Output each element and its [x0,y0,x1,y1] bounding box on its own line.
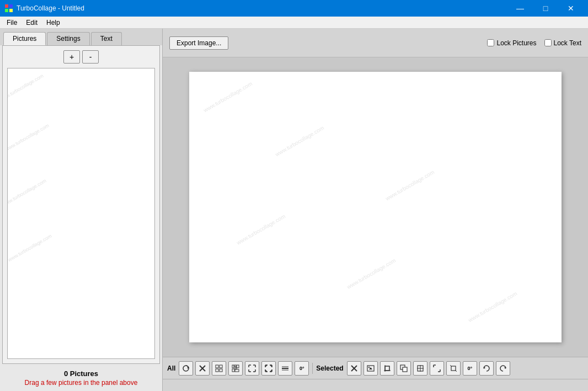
bottom-toolbar: All [163,357,588,379]
add-remove-buttons: + - [7,50,155,64]
selected-undo-button[interactable] [479,361,494,376]
watermark-2: www.turbocollage.com [7,123,50,152]
lock-text-option[interactable]: Lock Text [544,39,581,47]
selected-rotate-button[interactable]: 0° [463,361,477,376]
right-panel: Export Image... Lock Pictures Lock Text … [163,29,588,391]
selected-replace-button[interactable] [364,361,378,376]
svg-rect-14 [237,365,239,368]
tabs: Pictures Settings Text [0,29,162,45]
svg-marker-62 [504,367,506,369]
lock-text-label: Lock Text [554,39,581,47]
svg-point-45 [368,366,370,367]
menu-bar: File Edit Help [0,17,588,29]
left-content: + - www.turbocollage.com www.turbocollag… [2,45,160,364]
status-bar [163,379,588,391]
svg-rect-46 [385,366,389,371]
svg-rect-3 [9,9,13,12]
tab-text[interactable]: Text [91,32,122,45]
selected-remove-button[interactable] [347,361,361,376]
all-rotate-button[interactable]: 0° [295,361,309,376]
svg-rect-0 [5,4,8,8]
menu-help[interactable]: Help [42,17,65,28]
title-left: TurboCollage - Untitled [4,4,84,13]
all-remove-button[interactable] [195,361,210,376]
selected-fit-button[interactable] [446,361,461,376]
lock-pictures-option[interactable]: Lock Pictures [487,39,536,47]
tab-pictures[interactable]: Pictures [3,32,46,45]
selected-move-button[interactable] [413,361,427,376]
pictures-count: 0 Pictures [4,369,158,378]
selected-redo-button[interactable] [496,361,510,376]
svg-rect-16 [235,367,237,369]
top-toolbar: Export Image... Lock Pictures Lock Text [163,29,588,57]
svg-marker-61 [484,367,485,369]
watermark-3: www.turbocollage.com [7,178,47,208]
watermark-1: www.turbocollage.com [7,73,45,103]
close-button[interactable]: ✕ [558,0,584,17]
lock-pictures-label: Lock Pictures [496,39,536,47]
title-buttons: — □ ✕ [507,0,584,17]
remove-picture-button[interactable]: - [82,50,99,64]
add-picture-button[interactable]: + [63,50,80,64]
all-rotate-label: 0° [300,366,304,371]
main-area: Pictures Settings Text + - www.turbocoll… [0,29,588,391]
svg-rect-10 [216,369,218,372]
svg-rect-11 [220,369,222,372]
all-expand-button[interactable] [245,361,259,376]
svg-rect-1 [9,4,13,8]
canvas-watermark-2: www.turbocollage.com [274,125,325,158]
minimize-button[interactable]: — [507,0,533,17]
lock-text-checkbox[interactable] [544,39,552,46]
all-mosaic-button[interactable] [228,361,243,376]
selected-duplicate-button[interactable] [397,361,411,376]
app-title: TurboCollage - Untitled [17,4,84,12]
canvas-watermark-4: www.turbocollage.com [236,213,286,246]
app-icon [4,4,13,13]
left-panel: Pictures Settings Text + - www.turbocoll… [0,29,163,391]
toolbar-separator-1 [312,363,313,374]
maximize-button[interactable]: □ [533,0,558,17]
svg-rect-17 [235,369,239,372]
pictures-list: www.turbocollage.com www.turbocollage.co… [7,68,155,359]
lock-options: Lock Pictures Lock Text [487,39,581,47]
svg-rect-12 [232,365,234,368]
title-bar: TurboCollage - Untitled — □ ✕ [0,0,588,17]
all-label: All [167,364,175,372]
tab-settings[interactable]: Settings [47,32,89,45]
canvas-watermark-5: www.turbocollage.com [346,257,397,290]
svg-rect-58 [451,366,456,371]
selected-label: Selected [316,364,343,372]
svg-rect-15 [232,369,234,372]
menu-file[interactable]: File [2,17,22,28]
all-fit-button[interactable] [261,361,276,376]
watermark-4: www.turbocollage.com [7,233,53,263]
all-horizontal-button[interactable] [278,361,292,376]
menu-edit[interactable]: Edit [22,17,42,28]
svg-rect-9 [220,365,222,368]
pictures-hint: Drag a few pictures in the panel above [4,379,158,387]
svg-rect-2 [5,9,8,12]
canvas-watermark-1: www.turbocollage.com [202,81,253,114]
canvas-watermark-6: www.turbocollage.com [467,290,518,324]
canvas: www.turbocollage.com www.turbocollage.co… [189,72,562,342]
export-image-button[interactable]: Export Image... [169,36,228,50]
all-grid-button[interactable] [212,361,226,376]
all-reset-button[interactable] [179,361,193,376]
selected-crop-button[interactable] [380,361,394,376]
canvas-area: www.turbocollage.com www.turbocollage.co… [163,57,588,357]
canvas-watermark-3: www.turbocollage.com [384,169,435,202]
lock-pictures-checkbox[interactable] [487,39,494,46]
svg-rect-50 [403,367,407,372]
svg-rect-8 [216,365,218,368]
selected-expand-button[interactable] [430,361,444,376]
svg-rect-13 [234,365,236,367]
